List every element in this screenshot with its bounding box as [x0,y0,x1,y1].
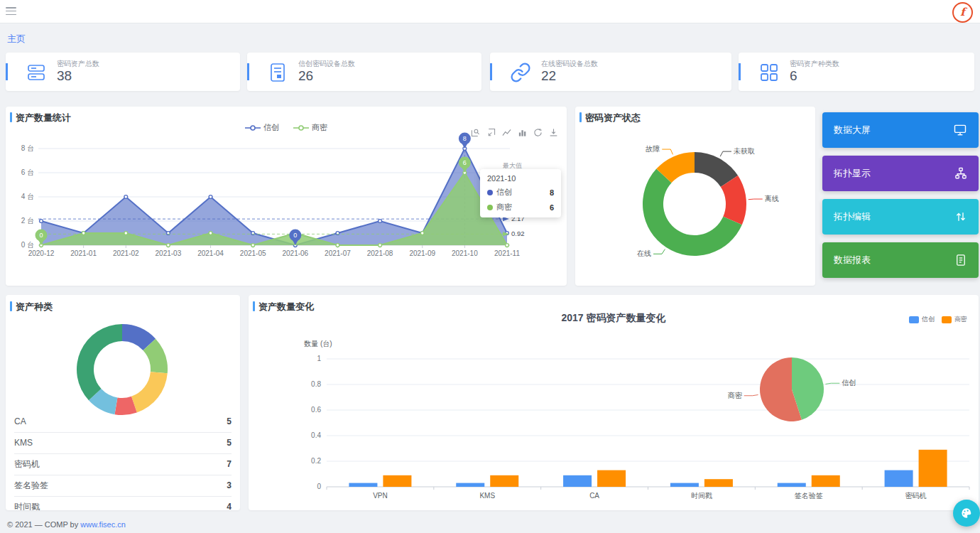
svg-text:2 台: 2 台 [21,217,34,225]
svg-text:2021-03: 2021-03 [156,249,182,257]
svg-text:0.4: 0.4 [311,431,321,439]
asset-change-card: 资产数量变化 2017 密码资产数量变化 信创 商密 数量 (台)00.20.4… [249,295,979,510]
tooltip-row: 信创 8 [487,187,554,198]
card-title: 资产种类 [16,301,53,313]
svg-text:8 台: 8 台 [21,144,34,152]
svg-text:2021-11: 2021-11 [494,249,520,257]
legend-swatch-icon [909,316,919,323]
svg-text:2021-07: 2021-07 [325,249,351,257]
svg-text:故障: 故障 [645,145,660,153]
svg-text:离线: 离线 [765,195,779,203]
row-value: 3 [227,480,232,490]
legend-swatch-icon [942,316,952,323]
button-label: 拓扑编辑 [834,210,871,223]
document-icon [267,62,288,83]
row-label: 签名验签 [14,480,48,492]
svg-text:2021-05: 2021-05 [240,249,266,257]
stat-value: 38 [57,68,72,84]
row-value: 4 [227,502,232,510]
svg-text:1: 1 [317,355,321,362]
stat-label: 信创密码设备总数 [298,59,355,69]
svg-text:未获取: 未获取 [733,147,755,155]
accent-bar [6,63,8,80]
top-bar: f [0,0,980,23]
asset-type-row: KMS 5 [14,432,232,454]
swap-arrows-icon [954,210,967,223]
fisec-logo-icon[interactable]: f [952,2,973,23]
topology-icon [954,167,967,180]
svg-text:2021-02: 2021-02 [113,249,139,257]
svg-text:时间戳: 时间戳 [691,492,712,500]
row-label: 时间戳 [14,501,40,511]
legend-item-shangmi[interactable]: 商密 [942,315,967,324]
tooltip-title: 2021-10 [487,174,554,183]
asset-status-donut-chart: 未获取离线在线故障 [575,107,815,286]
button-label: 拓扑显示 [834,167,871,180]
stat-card-total-assets: 密码资产总数 38 [6,53,240,91]
asset-type-card: 资产种类 CA 5 KMS 5 密码机 7 签名验签 3 时间戳 4 [6,295,240,510]
grid-icon [758,62,780,83]
data-report-button[interactable]: 数据报表 [822,242,979,278]
copyright-text: © 2021 — COMP by [7,520,78,529]
row-value: 5 [227,416,232,426]
svg-text:密码机: 密码机 [905,492,927,500]
row-value: 5 [227,438,232,448]
asset-type-row: CA 5 [14,411,232,433]
topology-edit-button[interactable]: 拓扑编辑 [822,199,979,235]
report-file-icon [954,254,967,266]
row-label: KMS [14,438,33,448]
svg-text:KMS: KMS [479,492,495,500]
svg-text:0.8: 0.8 [311,380,321,388]
stat-label: 密码资产总数 [57,59,99,69]
svg-text:签名验签: 签名验签 [795,492,823,500]
stat-card-xinchuang-devices: 信创密码设备总数 26 [247,53,481,91]
asset-type-row: 签名验签 3 [14,475,232,497]
svg-text:0.2: 0.2 [311,457,321,465]
stat-value: 22 [541,68,556,84]
row-label: 密码机 [14,458,40,470]
tooltip-series-name: 商密 [496,202,512,212]
accent-bar [10,301,12,311]
svg-text:CA: CA [589,492,599,500]
svg-text:商密: 商密 [728,392,743,399]
svg-text:2021-10: 2021-10 [452,249,478,257]
logo-letter: f [960,7,964,18]
theme-fab-button[interactable] [953,500,980,527]
svg-text:数量 (台): 数量 (台) [303,340,332,348]
asset-type-row: 时间戳 4 [14,496,232,510]
server-stack-icon [26,62,47,83]
legend-label: 信创 [922,315,935,324]
data-screen-button[interactable]: 数据大屏 [822,112,979,148]
svg-text:0 台: 0 台 [21,241,34,249]
asset-type-row: 密码机 7 [14,453,232,475]
stat-label: 在线密码设备总数 [541,59,598,69]
svg-text:2021-09: 2021-09 [409,249,435,257]
asset-count-card: 资产数量统计 信创 商密 0 台2 台4 台6 台8 台2020-122021-… [6,107,567,286]
button-label: 数据报表 [834,254,871,266]
legend-item-xinchuang[interactable]: 信创 [909,315,935,324]
accent-bar [10,112,12,122]
svg-text:在线: 在线 [636,249,651,257]
breadcrumb[interactable]: 主页 [7,33,26,45]
svg-text:8: 8 [463,135,467,142]
button-label: 数据大屏 [834,124,871,136]
accent-bar [490,63,492,80]
accent-bar [247,63,249,80]
svg-text:0.6: 0.6 [311,406,321,414]
chart-tooltip: 2021-10 信创 8 商密 6 [480,169,561,217]
svg-text:2021-04: 2021-04 [197,249,224,257]
hamburger-menu-icon[interactable] [6,7,16,15]
fisec-link[interactable]: www.fisec.cn [80,520,126,529]
svg-text:2021-06: 2021-06 [282,249,308,257]
svg-text:0: 0 [39,232,43,239]
footer-copyright: © 2021 — COMP by www.fisec.cn [7,520,126,529]
series-dot-icon [487,205,493,210]
row-label: CA [14,416,26,426]
topology-display-button[interactable]: 拓扑显示 [822,156,979,191]
stat-value: 6 [790,68,797,84]
svg-text:信创: 信创 [842,379,856,387]
palette-icon [959,506,974,520]
tooltip-series-value: 6 [550,203,554,212]
svg-text:6 台: 6 台 [21,168,34,176]
stat-card-online-devices: 在线密码设备总数 22 [490,53,731,91]
